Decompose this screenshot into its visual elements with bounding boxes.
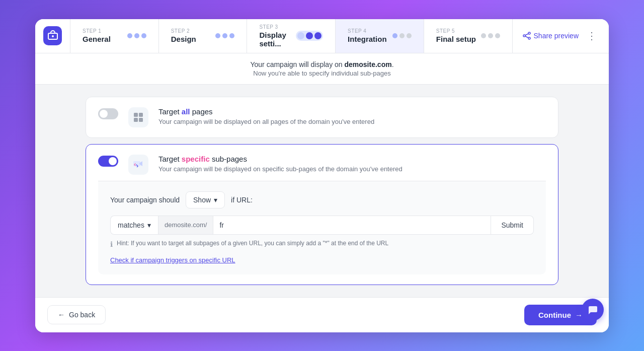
step-3[interactable]: STEP 3 Display setti... [247,19,336,53]
banner-line2: Now you're able to specify individual su… [35,69,609,77]
chat-icon [587,304,598,315]
step-3-text: STEP 3 Display setti... [259,24,296,48]
svg-line-5 [525,34,528,35]
step-4-text: STEP 4 Integration [348,28,387,43]
url-input-group: demosite.com/ [158,216,492,235]
step-1-dots [127,33,146,38]
step-2[interactable]: STEP 2 Design [159,19,248,53]
go-back-button[interactable]: ← Go back [47,305,106,324]
submit-button[interactable]: Submit [491,216,534,235]
step-5-dots [481,33,500,38]
all-pages-title: Target all pages [158,107,546,116]
step-5-dot-3 [495,33,500,38]
step-2-dot-1 [215,33,220,38]
step-4-dot-3 [407,33,412,38]
step-1-dot-2 [134,33,139,38]
step-2-text: STEP 2 Design [171,28,196,43]
banner-line1: Your campaign will display on demosite.c… [35,60,609,68]
hint-text: Hint: If you want to target all subpages… [117,240,388,247]
svg-rect-7 [134,113,138,117]
svg-rect-10 [139,118,143,122]
step-3-label: STEP 3 [259,24,296,30]
step-3-toggle-dot-1 [297,32,304,39]
step-1-dot-1 [127,33,132,38]
svg-point-4 [523,35,525,37]
step-2-title: Design [171,35,196,43]
specific-pages-top: Target specific sub-pages Your campaign … [98,155,546,175]
hint-row: ℹ Hint: If you want to target all subpag… [110,240,534,248]
share-preview-button[interactable]: Share preview [523,32,579,40]
step-4-dot-2 [399,33,405,38]
specific-pages-title: Target specific sub-pages [158,155,546,163]
step-1-text: STEP 1 General [83,28,111,43]
svg-rect-9 [134,118,138,122]
step-5-dot-1 [481,33,486,38]
step-3-toggle [296,31,323,41]
main-container: STEP 1 General STEP 2 Design [35,19,609,332]
step-5-label: STEP 5 [436,28,476,34]
info-icon: ℹ [110,240,113,248]
if-url-label: if URL: [231,196,253,204]
step-5-dot-2 [488,33,493,38]
logo-icon [43,26,62,45]
all-pages-icon [128,107,148,127]
specific-pages-desc: Your campaign will be displayed on speci… [158,165,546,173]
specific-icon [132,159,144,171]
specific-pages-card: Target specific sub-pages Your campaign … [86,144,558,285]
all-pages-toggle-knob [100,110,108,118]
step-4[interactable]: STEP 4 Integration [336,19,424,53]
step-1-title: General [83,35,111,43]
step-5-text: STEP 5 Final setup [436,28,476,43]
show-dropdown[interactable]: Show ▾ [186,191,225,208]
step-3-toggle-dot-3 [314,32,321,39]
specific-pages-inner: Target specific sub-pages Your campaign … [98,155,546,274]
cards-area: Target all pages Your campaign will be d… [35,85,609,297]
step-4-dot-1 [392,33,397,38]
step-5[interactable]: STEP 5 Final setup [424,19,513,53]
step-4-dots [392,33,412,38]
all-pages-card: Target all pages Your campaign will be d… [86,97,558,138]
all-pages-content: Target all pages Your campaign will be d… [158,107,546,125]
share-icon [523,32,531,40]
svg-point-1 [52,35,54,37]
step-3-toggle-dot-2 [306,32,313,39]
step-2-dots [215,33,234,38]
sub-panel: Your campaign should Show ▾ if URL: matc… [98,181,546,274]
step-2-dot-3 [229,33,234,38]
step-3-title: Display setti... [259,31,296,48]
matches-dropdown[interactable]: matches ▾ [110,216,158,235]
url-field[interactable] [213,216,491,234]
chevron-down-icon: ▾ [214,196,217,204]
step-4-title: Integration [348,35,387,43]
bottom-bar: ← Go back Continue → [35,297,609,332]
specific-pages-toggle[interactable] [98,156,118,167]
specific-pages-toggle-knob [109,157,117,165]
svg-point-2 [528,32,530,34]
step-1-label: STEP 1 [83,28,111,34]
nav-actions: Share preview ⋮ [513,19,609,53]
svg-point-3 [528,37,530,39]
url-input-row: matches ▾ demosite.com/ Submit [110,216,534,235]
step-2-dot-2 [222,33,227,38]
pages-icon [132,111,144,123]
filter-row: Your campaign should Show ▾ if URL: [110,191,534,208]
chevron-down-icon-matches: ▾ [147,221,151,229]
url-prefix: demosite.com/ [158,216,214,234]
specific-pages-content: Target specific sub-pages Your campaign … [158,155,546,173]
step-2-label: STEP 2 [171,28,196,34]
step-4-label: STEP 4 [348,28,387,34]
check-trigger-link[interactable]: Check if campaign triggers on specific U… [110,256,235,264]
arrow-left-icon: ← [58,311,65,319]
top-nav: STEP 1 General STEP 2 Design [35,19,609,53]
chat-widget[interactable] [582,299,604,321]
step-1-dot-3 [141,33,146,38]
campaign-should-label: Your campaign should [110,196,180,204]
all-pages-desc: Your campaign will be displayed on all p… [158,118,546,125]
all-pages-toggle[interactable] [98,108,118,119]
step-1[interactable]: STEP 1 General [70,19,159,53]
step-5-title: Final setup [436,35,476,43]
more-options-button[interactable]: ⋮ [585,28,599,44]
specific-pages-icon [128,155,148,175]
banner-domain: demosite.com [345,60,392,68]
logo-area [35,19,70,53]
